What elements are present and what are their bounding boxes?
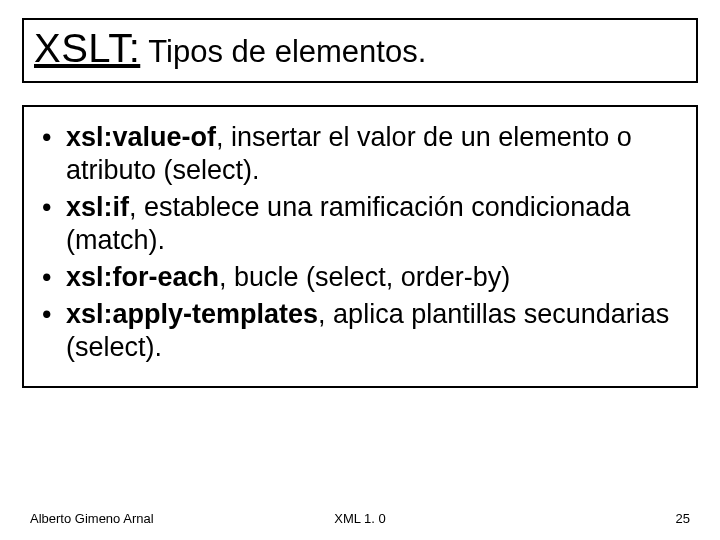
title-sub: Tipos de elementos. bbox=[140, 34, 426, 69]
list-item: xsl:value-of, insertar el valor de un el… bbox=[38, 121, 682, 187]
title-main: XSLT: bbox=[34, 26, 140, 70]
footer-author: Alberto Gimeno Arnal bbox=[30, 511, 154, 526]
list-item: xsl:apply-templates, aplica plantillas s… bbox=[38, 298, 682, 364]
title-box: XSLT: Tipos de elementos. bbox=[22, 18, 698, 83]
bullet-bold: xsl:apply-templates bbox=[66, 299, 318, 329]
slide: XSLT: Tipos de elementos. xsl:value-of, … bbox=[0, 0, 720, 540]
bullet-bold: xsl:value-of bbox=[66, 122, 216, 152]
bullet-bold: xsl:if bbox=[66, 192, 129, 222]
list-item: xsl:for-each, bucle (select, order-by) bbox=[38, 261, 682, 294]
footer-page-number: 25 bbox=[676, 511, 690, 526]
bullet-list: xsl:value-of, insertar el valor de un el… bbox=[38, 121, 682, 364]
body-box: xsl:value-of, insertar el valor de un el… bbox=[22, 105, 698, 388]
bullet-bold: xsl:for-each bbox=[66, 262, 219, 292]
bullet-text: , bucle (select, order-by) bbox=[219, 262, 510, 292]
bullet-text: , establece una ramificación condicionad… bbox=[66, 192, 630, 255]
list-item: xsl:if, establece una ramificación condi… bbox=[38, 191, 682, 257]
footer-center: XML 1. 0 bbox=[334, 511, 386, 526]
footer: Alberto Gimeno Arnal XML 1. 0 25 bbox=[0, 511, 720, 526]
